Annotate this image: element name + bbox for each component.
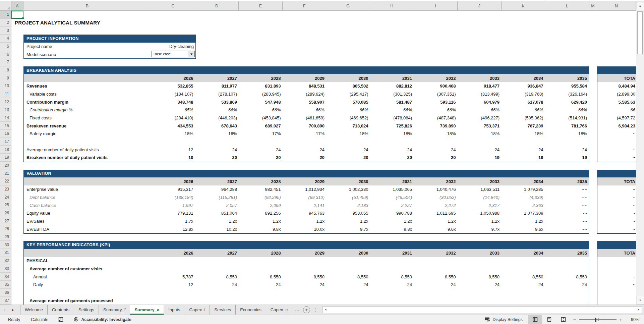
value-cell[interactable]: 24	[283, 281, 327, 289]
value-cell[interactable]: 19	[501, 154, 545, 162]
tab-inputs[interactable]: Inputs	[164, 305, 185, 315]
value-cell[interactable]: (478,084)	[370, 114, 414, 122]
row-header-26[interactable]: 26	[0, 209, 11, 217]
row-header-17[interactable]: 17	[0, 138, 11, 146]
year-cell[interactable]: 2032	[414, 177, 458, 185]
tab-nav-right-icon[interactable]: ►	[9, 305, 17, 315]
value-cell[interactable]: 10	[151, 154, 195, 162]
normal-view-button[interactable]	[528, 315, 542, 324]
value-cell[interactable]: 865,502	[326, 82, 370, 90]
row-header-25[interactable]: 25	[0, 201, 11, 209]
value-cell[interactable]: 24	[370, 146, 414, 154]
value-cell[interactable]: 8,550	[283, 273, 327, 281]
row-label[interactable]: Average number of daily patient visits	[24, 146, 151, 154]
value-cell[interactable]: 66%	[239, 106, 283, 114]
row-label[interactable]: Contribution margin %	[24, 106, 151, 114]
value-cell[interactable]: 713,024	[326, 122, 370, 130]
value-cell[interactable]: 9.6x	[501, 225, 545, 233]
value-cell[interactable]: 593,116	[414, 98, 458, 106]
zoom-in-button[interactable]: +	[619, 317, 623, 322]
row-header-21[interactable]: 21	[0, 169, 11, 177]
value-cell[interactable]: (30,052)	[414, 194, 458, 202]
value-cell[interactable]: 9.8x	[370, 225, 414, 233]
value-cell[interactable]: 348,748	[151, 98, 195, 106]
scroll-up-icon[interactable]: ▲	[636, 1, 644, 10]
value-cell[interactable]: 8,550	[370, 273, 414, 281]
total-cell[interactable]: ~	[597, 154, 636, 162]
value-cell[interactable]: 24	[458, 281, 502, 289]
value-cell[interactable]: 66%	[501, 106, 545, 114]
value-cell[interactable]: (313,499)	[458, 90, 502, 98]
value-cell[interactable]: 24	[501, 146, 545, 154]
value-cell[interactable]: 18%	[545, 130, 589, 138]
row-label[interactable]: EV/EBITDA	[24, 225, 151, 233]
total-cell[interactable]: ~	[597, 281, 636, 289]
value-cell[interactable]: 533,869	[195, 98, 239, 106]
breakeven-section-header[interactable]: BREAKEVEN ANALYSIS	[24, 66, 589, 74]
column-header-e[interactable]: E	[239, 1, 283, 11]
column-header-k[interactable]: K	[502, 1, 545, 11]
row-header-28[interactable]: 28	[0, 225, 11, 233]
row-header-1[interactable]: 1	[0, 11, 11, 19]
row-header-30[interactable]: 30	[0, 241, 11, 249]
value-cell[interactable]: 9.7x	[326, 225, 370, 233]
total-cell[interactable]: 5,585,63	[597, 98, 636, 106]
horizontal-scrollbar-track[interactable]	[329, 307, 636, 313]
value-cell[interactable]: 434,553	[151, 122, 195, 130]
page-title[interactable]: PROJECT ANALYTICAL SUMMARY	[15, 19, 100, 27]
value-cell[interactable]: 700,890	[283, 122, 327, 130]
value-cell[interactable]: 532,855	[151, 82, 195, 90]
value-cell[interactable]: 66%	[458, 106, 502, 114]
value-cell[interactable]: (138,184)	[151, 194, 195, 202]
tab-welcome[interactable]: Welcome	[20, 305, 48, 315]
value-cell[interactable]: (284,410)	[151, 114, 195, 122]
value-cell[interactable]: ~~	[545, 194, 589, 202]
value-cell[interactable]: 9.8x	[239, 225, 283, 233]
value-cell[interactable]: 915,317	[151, 185, 195, 194]
year-cell[interactable]: 2033	[458, 177, 502, 185]
value-cell[interactable]: (14,840)	[458, 194, 502, 202]
total-cell[interactable]: ~	[597, 146, 636, 154]
value-cell[interactable]: 892,256	[239, 209, 283, 217]
value-cell[interactable]: 8,550	[545, 273, 589, 281]
value-cell[interactable]: 66%	[545, 106, 589, 114]
value-cell[interactable]: 24	[458, 146, 502, 154]
row-header-15[interactable]: 15	[0, 122, 11, 130]
value-cell[interactable]: 24	[414, 281, 458, 289]
value-cell[interactable]: 17%	[283, 130, 327, 138]
value-cell[interactable]: 2,141	[283, 201, 327, 209]
value-cell[interactable]: 20	[414, 154, 458, 162]
value-cell[interactable]: (69,312)	[283, 194, 327, 202]
value-cell[interactable]: 18%	[370, 130, 414, 138]
value-cell[interactable]: 24	[326, 281, 370, 289]
total-cell[interactable]: 66	[597, 106, 636, 114]
year-cell[interactable]: 2028	[239, 177, 283, 185]
value-cell[interactable]: 9.6x	[414, 225, 458, 233]
tab-summary_f[interactable]: Summary_f	[99, 305, 130, 315]
value-cell[interactable]: 581,487	[370, 98, 414, 106]
value-cell[interactable]: (289,624)	[283, 90, 327, 98]
value-cell[interactable]: 24	[545, 281, 589, 289]
value-cell[interactable]: 767,239	[501, 122, 545, 130]
year-cell[interactable]: 2033	[458, 74, 502, 82]
value-cell[interactable]: (505,362)	[501, 114, 545, 122]
value-cell[interactable]: (278,107)	[195, 90, 239, 98]
value-cell[interactable]: 1.2x	[326, 217, 370, 225]
row-label[interactable]: Safety margin	[24, 130, 151, 138]
value-cell[interactable]: 24	[239, 146, 283, 154]
value-cell[interactable]: 18%	[326, 130, 370, 138]
row-header-12[interactable]: 12	[0, 98, 11, 106]
value-cell[interactable]: 18%	[458, 130, 502, 138]
year-cell[interactable]: 2034	[501, 177, 545, 185]
total-cell[interactable]: ~	[597, 194, 636, 202]
value-cell[interactable]: ~~	[545, 201, 589, 209]
value-cell[interactable]: 2,272	[414, 201, 458, 209]
value-cell[interactable]: 753,371	[458, 122, 502, 130]
value-cell[interactable]: 12	[151, 146, 195, 154]
value-cell[interactable]: 851,064	[195, 209, 239, 217]
row-header-14[interactable]: 14	[0, 114, 11, 122]
select-all-corner[interactable]	[0, 1, 11, 11]
page-layout-view-button[interactable]	[542, 315, 556, 324]
row-header-5[interactable]: 5	[0, 43, 11, 51]
total-cell[interactable]: ~	[597, 217, 636, 225]
